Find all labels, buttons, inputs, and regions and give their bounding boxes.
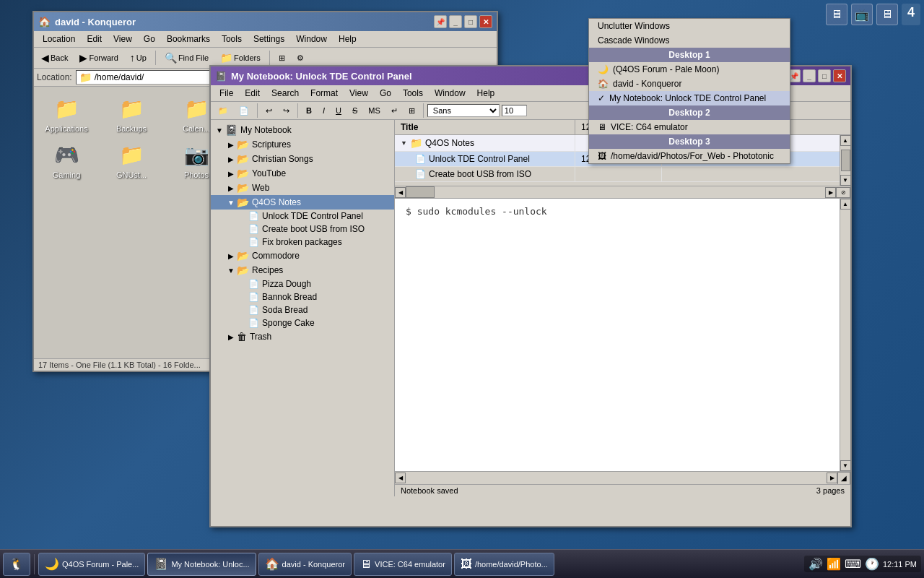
tree-recipes[interactable]: ▼ 📂 Recipes: [211, 263, 394, 277]
notebook-maximize-btn[interactable]: □: [818, 69, 831, 82]
nb-menu-view[interactable]: View: [344, 87, 374, 100]
editor-hscroll-left[interactable]: ◀: [395, 473, 406, 483]
forward-button[interactable]: ▶ Forward: [75, 50, 122, 66]
hscroll-split-btn[interactable]: ⊘: [836, 187, 850, 198]
nb-menu-format[interactable]: Format: [305, 87, 344, 100]
tree-my-notebook[interactable]: ▼ 📓 My Notebook: [211, 123, 394, 137]
screen-icon-3[interactable]: 🖥: [876, 4, 898, 25]
find-file-button[interactable]: 🔍 Find File: [160, 50, 213, 66]
menu-go[interactable]: Go: [138, 33, 161, 46]
tree-create-boot-usb[interactable]: 📄 Create boot USB from ISO: [211, 223, 394, 236]
konqueror-minimize-btn[interactable]: _: [449, 15, 462, 28]
switcher-phototonic[interactable]: 🖼 /home/david/Photos/For_Web - Phototoni…: [589, 149, 790, 163]
switcher-notebook[interactable]: ✓ My Notebook: Unlock TDE Control Panel: [589, 91, 790, 105]
desktop-switcher[interactable]: Unclutter Windows Cascade Windows Deskto…: [588, 18, 790, 164]
resize-corner[interactable]: ◢: [837, 472, 850, 485]
konqueror-maximize-btn[interactable]: □: [464, 15, 477, 28]
vscroll-up-btn[interactable]: ▲: [840, 135, 851, 146]
tree-pizza-dough[interactable]: 📄 Pizza Dough: [211, 277, 394, 290]
vscroll-down-btn[interactable]: ▼: [840, 175, 851, 186]
switcher-vice[interactable]: 🖥 VICE: C64 emulator: [589, 120, 790, 134]
tree-sponge-cake[interactable]: 📄 Sponge Cake: [211, 316, 394, 329]
menu-view[interactable]: View: [108, 33, 138, 46]
view-mode-btn[interactable]: ⊞: [274, 51, 289, 65]
underline-button[interactable]: U: [331, 104, 346, 117]
notebook-minimize-btn[interactable]: _: [803, 69, 816, 82]
taskbar-start[interactable]: 🐧: [3, 553, 30, 576]
italic-button[interactable]: I: [318, 104, 329, 117]
toolbar-redo[interactable]: ↪: [279, 104, 294, 118]
hscroll-left-btn[interactable]: ◀: [395, 187, 406, 198]
bold-button[interactable]: B: [302, 104, 316, 117]
tree-youtube[interactable]: ▶ 📂 YouTube: [211, 166, 394, 181]
menu-bookmarks[interactable]: Bookmarks: [161, 33, 216, 46]
tree-soda-bread[interactable]: 📄 Soda Bread: [211, 303, 394, 316]
taskbar-pale-moon[interactable]: 🌙 Q4OS Forum - Pale...: [38, 553, 145, 576]
editor-hscroll-right[interactable]: ▶: [827, 473, 837, 483]
back-button[interactable]: ◀ Back: [37, 50, 72, 66]
konqueror-sticky-btn[interactable]: 📌: [434, 15, 447, 28]
switcher-pale-moon[interactable]: 🌙 (Q4OS Forum - Pale Moon): [589, 62, 790, 77]
switcher-konqueror[interactable]: 🏠 david - Konqueror: [589, 77, 790, 91]
nb-menu-go[interactable]: Go: [374, 87, 397, 100]
toolbar-new-folder[interactable]: 📁: [214, 104, 232, 118]
tree-trash[interactable]: ▶ 🗑 Trash: [211, 329, 394, 344]
editor-vscroll[interactable]: ▲ ▼: [840, 199, 850, 471]
tree-christian-songs[interactable]: ▶ 📂 Christian Songs: [211, 152, 394, 166]
tree-commodore[interactable]: ▶ 📂 Commodore: [211, 249, 394, 263]
unclutter-windows[interactable]: Unclutter Windows: [589, 19, 790, 33]
tree-bannok-bread[interactable]: 📄 Bannok Bread: [211, 290, 394, 303]
taskbar-phototonic[interactable]: 🖼 /home/david/Photo...: [454, 553, 554, 576]
ms-button[interactable]: MS: [364, 104, 385, 117]
font-size-input[interactable]: [502, 105, 527, 116]
cascade-windows[interactable]: Cascade Windows: [589, 33, 790, 48]
notebook-close-btn[interactable]: ✕: [833, 69, 846, 82]
tree-web[interactable]: ▶ 📂 Web: [211, 181, 394, 195]
toolbar-undo[interactable]: ↩: [261, 104, 276, 118]
nb-menu-search[interactable]: Search: [266, 87, 305, 100]
screen-icon-1[interactable]: 🖥: [826, 4, 847, 25]
tree-fix-broken[interactable]: 📄 Fix broken packages: [211, 236, 394, 249]
tree-scriptures[interactable]: ▶ 📂 Scriptures: [211, 137, 394, 152]
menu-location[interactable]: Location: [37, 33, 81, 46]
toolbar-new-note[interactable]: 📄: [235, 104, 253, 118]
settings-btn[interactable]: ⚙: [292, 51, 308, 65]
menu-window[interactable]: Window: [290, 33, 333, 46]
tree-unlock-tde[interactable]: 📄 Unlock TDE Control Panel: [211, 210, 394, 223]
screen-icon-2[interactable]: 📺: [851, 4, 873, 25]
up-button[interactable]: ↑ Up: [126, 50, 151, 66]
nb-menu-help[interactable]: Help: [471, 87, 501, 100]
nb-menu-window[interactable]: Window: [429, 87, 471, 100]
vscroll-thumb[interactable]: [841, 150, 850, 171]
nb-menu-edit[interactable]: Edit: [239, 87, 266, 100]
tray-volume-icon[interactable]: 🔊: [808, 557, 823, 571]
editor-vscroll-up[interactable]: ▲: [840, 199, 851, 210]
taskbar-notebook[interactable]: 📓 My Notebook: Unloc...: [147, 553, 256, 576]
strikethrough-button[interactable]: S: [348, 104, 362, 117]
taskbar-vice[interactable]: 🖥 VICE: C64 emulator: [354, 553, 452, 576]
konqueror-close-btn[interactable]: ✕: [479, 15, 492, 28]
menu-help[interactable]: Help: [333, 33, 362, 46]
content-editor[interactable]: $ sudo kcmodules --unlock: [395, 199, 840, 471]
tray-network-icon[interactable]: 📶: [827, 557, 841, 571]
menu-edit[interactable]: Edit: [81, 33, 108, 46]
menu-tools[interactable]: Tools: [216, 33, 248, 46]
font-select[interactable]: Sans: [427, 104, 500, 117]
tray-keyboard-icon[interactable]: ⌨: [845, 557, 861, 571]
folder-gaming[interactable]: 🎮 Gaming: [41, 140, 92, 188]
hscroll-right-btn[interactable]: ▶: [825, 187, 836, 198]
nb-menu-file[interactable]: File: [214, 87, 239, 100]
editor-vscroll-down[interactable]: ▼: [840, 460, 851, 471]
tree-q4os-notes[interactable]: ▼ 📂 Q4OS Notes: [211, 195, 394, 210]
folder-gnust[interactable]: 📁 GNUst...: [106, 140, 157, 188]
folder-applications[interactable]: 📁 Applications: [41, 94, 92, 133]
folder-backups[interactable]: 📁 Backups: [106, 94, 157, 133]
nb-menu-tools[interactable]: Tools: [397, 87, 429, 100]
folders-button[interactable]: 📁 Folders: [216, 50, 265, 66]
taskbar-konqueror[interactable]: 🏠 david - Konqueror: [258, 553, 352, 576]
notes-vscroll[interactable]: ▲ ▼: [840, 135, 850, 186]
note-row-boot-usb[interactable]: 📄 Create boot USB from ISO: [395, 167, 840, 182]
indent-button[interactable]: ↵: [387, 104, 402, 118]
hscroll-thumb[interactable]: [406, 186, 435, 198]
menu-settings[interactable]: Settings: [248, 33, 290, 46]
